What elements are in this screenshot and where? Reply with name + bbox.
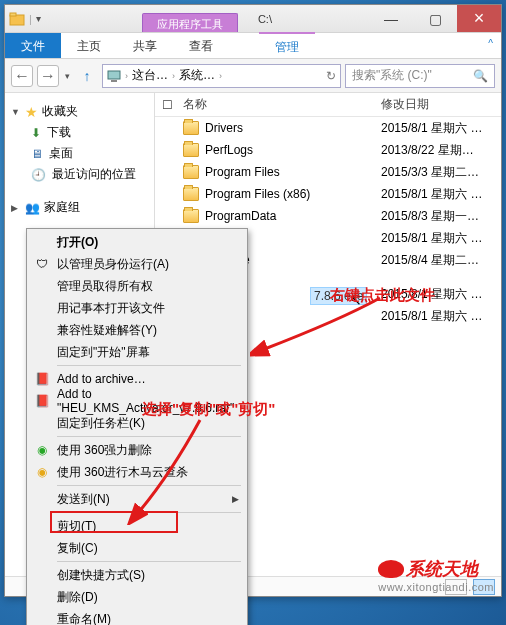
ctx-open-notepad[interactable]: 用记事本打开该文件 [29, 297, 245, 319]
folder-icon [183, 209, 199, 223]
breadcrumb[interactable]: › 这台… › 系统… › ↻ [102, 64, 341, 88]
ribbon-expand-button[interactable]: ^ [480, 33, 501, 58]
rar-icon: 📕 [34, 393, 50, 409]
ctx-360-delete[interactable]: ◉使用 360强力删除 [29, 439, 245, 461]
ctx-copy[interactable]: 复制(C) [29, 537, 245, 559]
homegroup-icon: 👥 [25, 201, 40, 215]
minimize-button[interactable]: — [369, 5, 413, 32]
nav-back-button[interactable]: ← [11, 65, 33, 87]
table-row[interactable]: ProgramData2015/8/3 星期一… [155, 205, 501, 227]
context-menu: 打开(O) 🛡以管理员身份运行(A) 管理员取得所有权 用记事本打开该文件 兼容… [26, 228, 248, 625]
file-date: 2015/8/1 星期六 … [381, 230, 501, 247]
folder-app-icon [9, 11, 25, 27]
ctx-open[interactable]: 打开(O) [29, 231, 245, 253]
ctx-pin-start[interactable]: 固定到"开始"屏幕 [29, 341, 245, 363]
checkbox-header[interactable]: ☐ [155, 98, 179, 112]
close-button[interactable]: × [457, 5, 501, 32]
crumb-computer[interactable]: 这台… [132, 67, 168, 84]
cursor-icon: ↖ [350, 292, 362, 308]
sidebar-homegroup[interactable]: ▶ 👥 家庭组 [11, 197, 148, 218]
ribbon-tab-view[interactable]: 查看 [173, 33, 229, 58]
separator [57, 436, 241, 437]
expand-icon: ▶ [11, 203, 21, 213]
collapse-icon: ▼ [11, 107, 21, 117]
separator [57, 561, 241, 562]
nav-bar: ← → ▾ ↑ › 这台… › 系统… › ↻ 搜索"系统 (C:)" 🔍 [5, 59, 501, 93]
ribbon-file-tab[interactable]: 文件 [5, 33, 61, 58]
folder-icon [183, 187, 199, 201]
column-headers[interactable]: ☐ 名称 修改日期 [155, 93, 501, 117]
ctx-cut[interactable]: 剪切(T) [29, 515, 245, 537]
ribbon-tab-home[interactable]: 主页 [61, 33, 117, 58]
computer-icon [107, 69, 121, 83]
ribbon-tab-share[interactable]: 共享 [117, 33, 173, 58]
file-date: 2015/3/3 星期二… [381, 164, 501, 181]
ribbon-tabs: 文件 主页 共享 查看 管理 ^ [5, 33, 501, 59]
sidebar-item-label: 下载 [47, 124, 71, 141]
svg-rect-1 [10, 13, 16, 16]
separator [57, 485, 241, 486]
icons-view-button[interactable] [473, 579, 495, 595]
sidebar-item-label: 最近访问的位置 [52, 166, 136, 183]
table-row[interactable]: PerfLogs2013/8/22 星期… [155, 139, 501, 161]
maximize-button[interactable]: ▢ [413, 5, 457, 32]
contextual-tab[interactable]: 应用程序工具 [142, 13, 238, 32]
sidebar-favorites[interactable]: ▼ ★ 收藏夹 [11, 101, 148, 122]
chevron-right-icon: › [125, 71, 128, 81]
svg-rect-2 [108, 71, 120, 79]
separator [57, 365, 241, 366]
ctx-pin-taskbar[interactable]: 固定到任务栏(K) [29, 412, 245, 434]
star-icon: ★ [25, 104, 38, 120]
qat-sep: | [29, 13, 32, 25]
folder-icon [183, 121, 199, 135]
qat-item[interactable]: ▾ [36, 13, 41, 24]
col-name[interactable]: 名称 [179, 96, 381, 113]
ctx-add-to-rar[interactable]: 📕Add to "HEU_KMS_Activator_v7.8.6.rar" [29, 390, 245, 412]
ctx-run-as-admin[interactable]: 🛡以管理员身份运行(A) [29, 253, 245, 275]
desktop-icon: 🖥 [31, 147, 43, 161]
360-icon: ◉ [34, 442, 50, 458]
sidebar-homegroup-label: 家庭组 [44, 199, 80, 216]
rar-icon: 📕 [34, 371, 50, 387]
refresh-icon[interactable]: ↻ [326, 69, 336, 83]
ctx-compat[interactable]: 兼容性疑难解答(Y) [29, 319, 245, 341]
nav-up-button[interactable]: ↑ [76, 68, 98, 84]
folder-icon [183, 165, 199, 179]
chevron-right-icon: ▶ [232, 494, 239, 504]
nav-forward-button[interactable]: → [37, 65, 59, 87]
sidebar-item-desktop[interactable]: 🖥 桌面 [11, 143, 148, 164]
chevron-right-icon: › [172, 71, 175, 81]
crumb-drive[interactable]: 系统… [179, 67, 215, 84]
nav-history-button[interactable]: ▾ [63, 71, 72, 81]
file-date: 2013/8/22 星期… [381, 142, 501, 159]
ctx-delete[interactable]: 删除(D) [29, 586, 245, 608]
ribbon-tab-manage[interactable]: 管理 [259, 32, 315, 58]
search-placeholder: 搜索"系统 (C:)" [352, 67, 469, 84]
separator [57, 512, 241, 513]
ctx-rename[interactable]: 重命名(M) [29, 608, 245, 625]
download-icon: ⬇ [31, 126, 41, 140]
folder-icon [183, 143, 199, 157]
title-path: C:\ [258, 13, 272, 25]
search-box[interactable]: 搜索"系统 (C:)" 🔍 [345, 64, 495, 88]
sidebar-item-recent[interactable]: 🕘 最近访问的位置 [11, 164, 148, 185]
table-row[interactable]: Program Files (x86)2015/8/1 星期六 … [155, 183, 501, 205]
ctx-360-scan[interactable]: ◉使用 360进行木马云查杀 [29, 461, 245, 483]
ctx-send-to[interactable]: 发送到(N)▶ [29, 488, 245, 510]
recent-icon: 🕘 [31, 168, 46, 182]
col-date[interactable]: 修改日期 [381, 96, 501, 113]
search-icon: 🔍 [473, 69, 488, 83]
table-row[interactable]: Program Files2015/3/3 星期二… [155, 161, 501, 183]
ctx-create-shortcut[interactable]: 创建快捷方式(S) [29, 564, 245, 586]
sidebar-item-downloads[interactable]: ⬇ 下载 [11, 122, 148, 143]
title-bar: | ▾ 应用程序工具 C:\ — ▢ × [5, 5, 501, 33]
chevron-right-icon: › [219, 71, 222, 81]
file-date: 2015/8/1 星期六 … [381, 120, 501, 137]
table-row[interactable]: Drivers2015/8/1 星期六 … [155, 117, 501, 139]
ctx-take-ownership[interactable]: 管理员取得所有权 [29, 275, 245, 297]
file-date: 2015/8/3 星期一… [381, 208, 501, 225]
details-view-button[interactable] [445, 579, 467, 595]
file-name: Drivers [205, 121, 243, 135]
sidebar-favorites-label: 收藏夹 [42, 103, 78, 120]
file-name: ProgramData [205, 209, 276, 223]
